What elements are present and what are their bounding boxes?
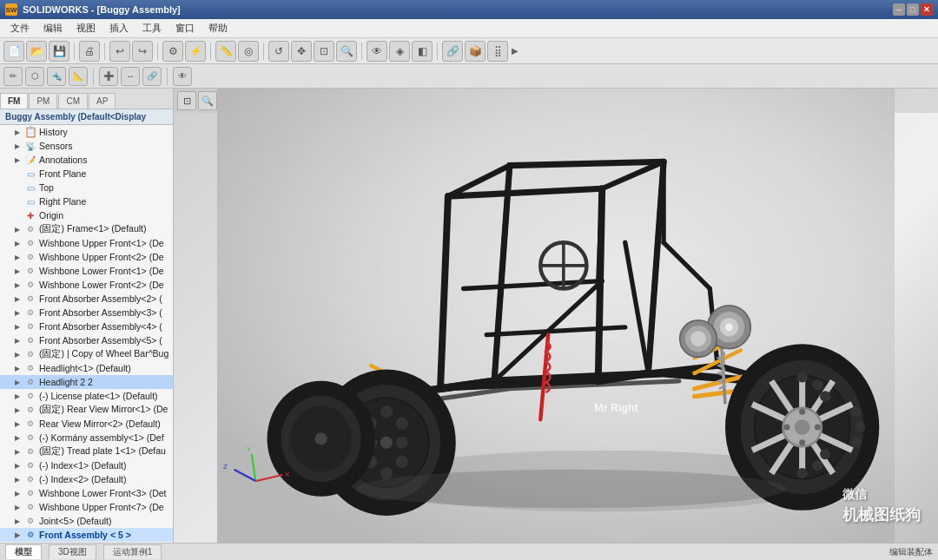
open-button[interactable]: 📂 — [26, 41, 47, 62]
tree-item-index-2[interactable]: ▶ ⚙ (-) Index<2> (Default) — [0, 472, 173, 486]
show-hide-button[interactable]: 👁 — [173, 67, 192, 86]
rotate-view-button[interactable]: ↺ — [268, 41, 289, 62]
svg-text:Y: Y — [247, 445, 252, 453]
tree-item-front-assembly-5[interactable]: ▶ ⚙ Front Assembly < 5 > — [0, 528, 173, 542]
tree-item-absorber-5[interactable]: ▶ ⚙ Front Absorber Assembly<5> ( — [0, 333, 173, 347]
tree-item-sensors[interactable]: ▶ 📡 Sensors — [0, 139, 173, 153]
smart-mate-button[interactable]: 🔗 — [142, 67, 162, 86]
status-tab-model[interactable]: 模型 — [5, 544, 42, 559]
zoom-area-button[interactable]: 🔍 — [336, 41, 357, 62]
tree-item-headlight-1[interactable]: ▶ ⚙ Headlight<1> (Default) — [0, 361, 173, 375]
wheel-bar-icon: ⚙ — [24, 348, 36, 360]
menu-view[interactable]: 视图 — [69, 20, 102, 36]
tree-item-tread[interactable]: ▶ ⚙ (固定) Tread plate 1<1> (Defau — [0, 445, 173, 458]
insert-comp-button[interactable]: ➕ — [99, 67, 118, 86]
left-panel: FM PM CM AP Buggy Assembly (Default<Disp… — [0, 89, 174, 543]
view-select-button[interactable]: 👁 — [367, 41, 387, 62]
tree-item-license[interactable]: ▶ ⚙ (-) License plate<1> (Default) — [0, 389, 173, 403]
tree-item-top-plane[interactable]: ▭ Top — [0, 181, 173, 194]
menu-file[interactable]: 文件 — [3, 20, 36, 36]
wishbone-uf2-label: Wishbone Upper Front<2> (De — [39, 252, 164, 262]
tree-item-absorber-4[interactable]: ▶ ⚙ Front Absorber Assembly<4> ( — [0, 320, 173, 333]
index-1-label: (-) Index<1> (Default) — [39, 460, 126, 471]
viewport[interactable]: ⊡ 🔍 ◈ ⊥ ◧ ◉ 👁 💡 🎨 🌐 📷 — [174, 89, 938, 543]
tab-feature-manager[interactable]: FM — [0, 93, 28, 109]
tree-item-joint5[interactable]: ▶ ⚙ Joint<5> (Default) — [0, 514, 173, 528]
tree-item-absorber-2[interactable]: ▶ ⚙ Front Absorber Assembly<2> ( — [0, 292, 173, 306]
tree-item-mirror-1[interactable]: ▶ ⚙ (固定) Rear View Mirror<1> (De — [0, 403, 173, 417]
tab-property-manager[interactable]: PM — [29, 93, 57, 109]
svg-point-61 — [783, 424, 789, 430]
tree-item-origin[interactable]: ✚ Origin — [0, 208, 173, 222]
move-comp-button[interactable]: ↔ — [121, 67, 140, 86]
save-button[interactable]: 💾 — [49, 41, 69, 62]
pattern-button[interactable]: ⣿ — [487, 41, 508, 62]
tree-item-absorber-3[interactable]: ▶ ⚙ Front Absorber Assembly<3> ( — [0, 306, 173, 320]
minimize-button[interactable]: ─ — [893, 3, 905, 16]
tree-item-headlight-2[interactable]: ▶ ⚙ Headlight 2 2 — [0, 375, 173, 389]
wishbone-lf2-icon: ⚙ — [24, 279, 36, 291]
pan-button[interactable]: ✥ — [291, 41, 312, 62]
mirror-2-icon: ⚙ — [24, 418, 36, 430]
features-button[interactable]: ⬡ — [25, 67, 44, 86]
section-view-button[interactable]: ◧ — [412, 41, 433, 62]
mate-button[interactable]: 🔗 — [442, 41, 463, 62]
wishbone-lf2-label: Wishbone Lower Front<2> (De — [39, 280, 164, 290]
wuf7-label: Wishbone Upper Front<7> (De — [39, 502, 164, 512]
zoom-fit-button[interactable]: ⊡ — [314, 41, 334, 62]
smart-dim-button[interactable]: ◎ — [238, 41, 259, 62]
svg-text:X: X — [285, 471, 290, 478]
tree-item-wishbone-lf2[interactable]: ▶ ⚙ Wishbone Lower Front<2> (De — [0, 278, 173, 292]
svg-point-57 — [795, 419, 810, 435]
drawing-button[interactable]: 📐 — [69, 67, 88, 86]
svg-point-64 — [820, 391, 830, 401]
tree-item-kormany[interactable]: ▶ ⚙ (-) Kormány assembly<1> (Def — [0, 431, 173, 445]
expand-icon-empty — [12, 182, 23, 193]
new-button[interactable]: 📄 — [3, 41, 24, 62]
tree-item-wishbone-uf2[interactable]: ▶ ⚙ Wishbone Upper Front<2> (De — [0, 250, 173, 264]
rebuild-button[interactable]: ⚙ — [162, 41, 183, 62]
main-area: FM PM CM AP Buggy Assembly (Default<Disp… — [0, 89, 938, 543]
print-button[interactable]: 🖨 — [79, 41, 100, 62]
svg-point-70 — [796, 468, 807, 478]
close-button[interactable]: ✕ — [921, 3, 933, 16]
expand-icon: ▶ — [12, 502, 23, 512]
separator-5 — [263, 43, 264, 60]
tree-item-wuf7[interactable]: ▶ ⚙ Wishbone Upper Front<7> (De — [0, 500, 173, 514]
tree-item-wishbone-uf1[interactable]: ▶ ⚙ Wishbone Upper Front<1> (De — [0, 236, 173, 250]
menu-window[interactable]: 窗口 — [168, 20, 201, 36]
menu-insert[interactable]: 插入 — [102, 20, 135, 36]
menu-bar: 文件 编辑 视图 插入 工具 窗口 帮助 — [0, 19, 938, 38]
viewport-svg: Mr Right X Y Z — [174, 89, 938, 543]
tab-config-manager[interactable]: CM — [58, 93, 88, 109]
menu-edit[interactable]: 编辑 — [36, 20, 69, 36]
tree-item-frame[interactable]: ▶ ⚙ (固定) Frame<1> (Default) — [0, 222, 173, 236]
status-tab-motion[interactable]: 运动算例1 — [103, 544, 162, 559]
component-button[interactable]: 📦 — [465, 41, 486, 62]
sketch-button[interactable]: ✏ — [3, 67, 23, 86]
toolbar-expand[interactable]: ▶ — [510, 44, 520, 57]
tree-item-index-1[interactable]: ▶ ⚙ (-) Index<1> (Default) — [0, 458, 173, 472]
measure-button[interactable]: 📏 — [215, 41, 236, 62]
menu-help[interactable]: 帮助 — [201, 20, 234, 36]
tab-appearance[interactable]: AP — [89, 93, 116, 109]
tree-item-front-plane[interactable]: ▭ Front Plane — [0, 167, 173, 181]
tree-item-right-plane[interactable]: ▭ Right Plane — [0, 194, 173, 208]
tree-item-wlf3[interactable]: ▶ ⚙ Wishbone Lower Front<3> (Det — [0, 486, 173, 500]
tree-item-wheel-bar[interactable]: ▶ ⚙ (固定) | Copy of Wheel Bar^Bug — [0, 347, 173, 361]
tree-item-wishbone-lf1[interactable]: ▶ ⚙ Wishbone Lower Front<1> (De — [0, 264, 173, 278]
rebuild-all-button[interactable]: ⚡ — [185, 41, 206, 62]
separator-2 — [104, 43, 105, 60]
status-tab-3d[interactable]: 3D视图 — [49, 544, 96, 559]
tree-item-history[interactable]: ▶ 📋 History — [0, 125, 173, 139]
expand-icon: ▶ — [12, 224, 23, 234]
maximize-button[interactable]: □ — [907, 3, 919, 16]
undo-button[interactable]: ↩ — [109, 41, 130, 62]
display-mode-button[interactable]: ◈ — [389, 41, 410, 62]
menu-tools[interactable]: 工具 — [135, 20, 168, 36]
tree-item-mirror-2[interactable]: ▶ ⚙ Rear View Mirror<2> (Default) — [0, 417, 173, 431]
tree-item-annotations[interactable]: ▶ 📝 Annotations — [0, 153, 173, 167]
redo-button[interactable]: ↪ — [132, 41, 153, 62]
assembly-button[interactable]: 🔩 — [47, 67, 66, 86]
feature-tree[interactable]: ▶ 📋 History ▶ 📡 Sensors ▶ 📝 Annotations … — [0, 125, 173, 543]
